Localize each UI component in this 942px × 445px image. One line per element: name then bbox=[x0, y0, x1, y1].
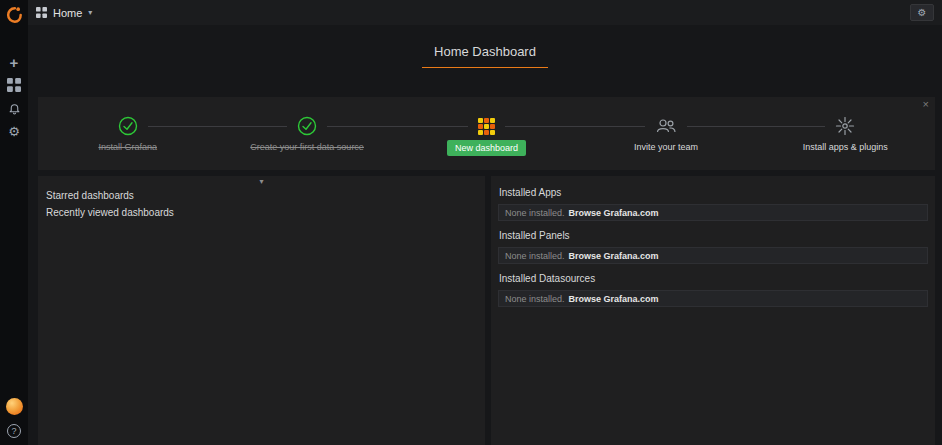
dashboard-settings-button[interactable]: ⚙ bbox=[910, 4, 934, 21]
check-circle-icon bbox=[118, 116, 138, 136]
browse-grafana-link[interactable]: Browse Grafana.com bbox=[569, 294, 659, 304]
installed-panels-row: None installed. Browse Grafana.com bbox=[498, 247, 928, 264]
empty-text: None installed. bbox=[505, 294, 565, 304]
step-label: Create your first data source bbox=[250, 142, 364, 152]
getting-started-panel: × Install Grafana C bbox=[38, 97, 935, 170]
alerting-bell-icon[interactable] bbox=[5, 100, 23, 116]
installed-datasources-row: None installed. Browse Grafana.com bbox=[498, 290, 928, 307]
installed-apps-row: None installed. Browse Grafana.com bbox=[498, 204, 928, 221]
help-icon[interactable]: ? bbox=[7, 424, 21, 438]
panel-menu-caret-icon[interactable]: ▾ bbox=[253, 176, 269, 187]
step-create-datasource[interactable]: Create your first data source bbox=[217, 97, 396, 170]
navbar: Home ▾ ⚙ bbox=[28, 0, 942, 25]
configuration-gear-icon[interactable]: ⚙ bbox=[5, 123, 23, 139]
step-install-grafana[interactable]: Install Grafana bbox=[38, 97, 217, 170]
dashboard-picker[interactable]: Home ▾ bbox=[36, 7, 92, 19]
navbar-title: Home bbox=[53, 7, 82, 19]
title-row: Home Dashboard bbox=[28, 41, 942, 68]
empty-text: None installed. bbox=[505, 251, 565, 261]
step-install-plugins[interactable]: Install apps & plugins bbox=[756, 97, 935, 170]
installed-panels-title: Installed Panels bbox=[499, 230, 927, 241]
plugins-spark-icon bbox=[835, 116, 855, 136]
apps-grid-icon bbox=[36, 7, 47, 18]
installed-datasources-title: Installed Datasources bbox=[499, 273, 927, 284]
check-circle-icon bbox=[297, 116, 317, 136]
team-users-icon bbox=[655, 117, 677, 135]
recent-dashboards-section[interactable]: Recently viewed dashboards bbox=[38, 204, 485, 221]
grafana-flame-icon bbox=[4, 5, 24, 25]
grafana-app: + ⚙ ? bbox=[0, 0, 942, 445]
starred-dashboards-section[interactable]: Starred dashboards bbox=[38, 187, 485, 204]
dashboards-icon[interactable] bbox=[5, 77, 23, 93]
page-title: Home Dashboard bbox=[422, 41, 548, 68]
step-label: Install apps & plugins bbox=[803, 142, 888, 152]
bell-icon bbox=[8, 102, 21, 115]
plugins-panel-content: Installed Apps None installed. Browse Gr… bbox=[491, 176, 935, 324]
empty-text: None installed. bbox=[505, 208, 565, 218]
grid-squares-icon bbox=[7, 78, 21, 92]
step-invite-team[interactable]: Invite your team bbox=[576, 97, 755, 170]
browse-grafana-link[interactable]: Browse Grafana.com bbox=[569, 208, 659, 218]
gear-icon: ⚙ bbox=[918, 8, 927, 18]
step-new-dashboard: New dashboard bbox=[397, 97, 576, 170]
dashboards-panel: ▾ Starred dashboards Recently viewed das… bbox=[38, 176, 485, 445]
create-plus-icon[interactable]: + bbox=[5, 54, 23, 70]
caret-down-icon: ▾ bbox=[88, 8, 92, 17]
dismiss-panel-button[interactable]: × bbox=[923, 98, 929, 110]
new-dashboard-button[interactable]: New dashboard bbox=[447, 140, 526, 156]
dashboard-grid-icon bbox=[478, 118, 495, 135]
grafana-logo[interactable] bbox=[0, 2, 28, 28]
sidebar: + ⚙ ? bbox=[0, 0, 28, 445]
browse-grafana-link[interactable]: Browse Grafana.com bbox=[569, 251, 659, 261]
installed-apps-title: Installed Apps bbox=[499, 187, 927, 198]
step-label: Invite your team bbox=[634, 142, 698, 152]
plugins-panel: Installed Apps None installed. Browse Gr… bbox=[491, 176, 935, 445]
step-label: Install Grafana bbox=[98, 142, 157, 152]
sidebar-menu: + ⚙ bbox=[5, 54, 23, 139]
user-avatar[interactable] bbox=[6, 398, 23, 415]
sidebar-bottom: ? bbox=[6, 398, 23, 445]
getting-started-steps: Install Grafana Create your first data s… bbox=[38, 97, 935, 170]
